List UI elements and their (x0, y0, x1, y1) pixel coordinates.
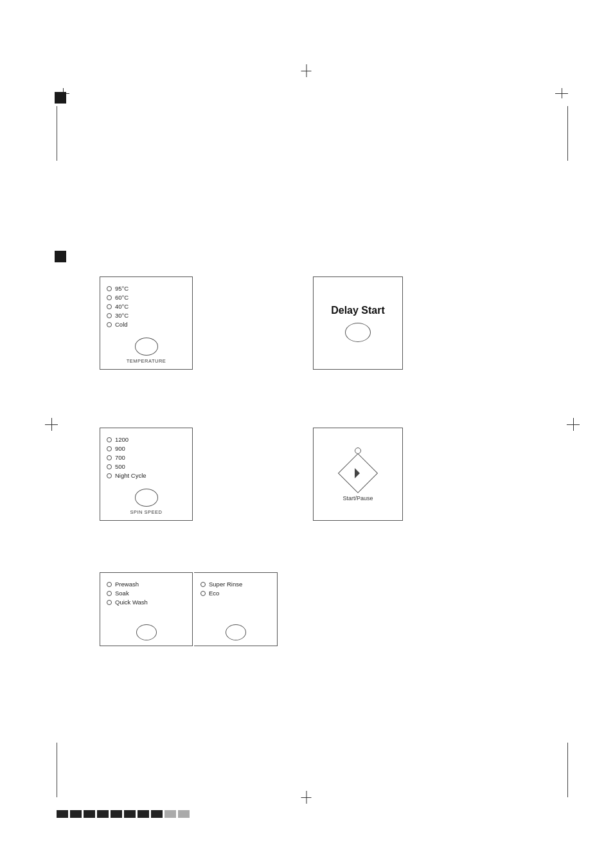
temperature-control: 95°C 60°C 40°C 30°C Cold TEMPERATURE (100, 276, 193, 370)
radio-eco[interactable] (200, 591, 206, 596)
side-line-left (57, 106, 57, 161)
spin-option-500[interactable]: 500 (107, 463, 186, 470)
options-right-list: Super Rinse Eco (200, 581, 271, 597)
registration-mark-bottom (306, 791, 307, 804)
temperature-button[interactable] (135, 338, 158, 356)
progress-seg-1 (57, 810, 68, 818)
options-right-control: Super Rinse Eco (194, 572, 278, 646)
progress-seg-5 (111, 810, 122, 818)
options-left-button[interactable] (136, 624, 157, 640)
registration-mark-right-top (555, 93, 568, 94)
temp-option-40[interactable]: 40°C (107, 303, 186, 310)
temperature-options: 95°C 60°C 40°C 30°C Cold (107, 285, 186, 328)
spin-option-700[interactable]: 700 (107, 454, 186, 461)
radio-super-rinse[interactable] (200, 582, 206, 587)
radio-prewash[interactable] (107, 582, 112, 587)
spin-option-night[interactable]: Night Cycle (107, 472, 186, 479)
progress-seg-2 (70, 810, 82, 818)
delay-start-title: Delay Start (331, 304, 385, 316)
temp-option-cold[interactable]: Cold (107, 321, 186, 328)
delay-start-control: Delay Start (313, 276, 403, 370)
options-left-list: Prewash Soak Quick Wash (107, 581, 186, 606)
spin-radio-900[interactable] (107, 446, 112, 451)
radio-quick-wash[interactable] (107, 600, 112, 605)
progress-seg-8 (151, 810, 163, 818)
progress-seg-3 (84, 810, 95, 818)
option-super-rinse[interactable]: Super Rinse (200, 581, 271, 588)
side-line-right-bottom (567, 743, 568, 797)
spin-radio-500[interactable] (107, 464, 112, 469)
spin-radio-1200[interactable] (107, 437, 112, 442)
start-pause-diamond[interactable] (338, 453, 378, 493)
spin-speed-options: 1200 900 700 500 Night Cycle (107, 436, 186, 479)
radio-soak[interactable] (107, 591, 112, 596)
spin-radio-night[interactable] (107, 473, 112, 478)
temp-radio-40[interactable] (107, 304, 112, 309)
black-square-mid-left (55, 251, 66, 262)
option-quick-wash[interactable]: Quick Wash (107, 599, 186, 606)
temp-radio-60[interactable] (107, 295, 112, 300)
delay-start-button[interactable] (345, 323, 371, 342)
crosshair-right-mid (567, 418, 580, 431)
temp-option-30[interactable]: 30°C (107, 312, 186, 319)
start-pause-control: Start/Pause (313, 428, 403, 521)
progress-seg-10 (178, 810, 190, 818)
spin-option-900[interactable]: 900 (107, 445, 186, 452)
progress-seg-7 (138, 810, 149, 818)
temp-radio-cold[interactable] (107, 322, 112, 327)
temp-option-95[interactable]: 95°C (107, 285, 186, 292)
spin-speed-button[interactable] (135, 489, 158, 507)
progress-seg-4 (97, 810, 109, 818)
option-soak[interactable]: Soak (107, 590, 186, 597)
temperature-label: TEMPERATURE (127, 358, 166, 364)
black-square-top-left (55, 92, 66, 104)
spin-speed-control: 1200 900 700 500 Night Cycle SPIN SPEED (100, 428, 193, 521)
start-pause-label: Start/Pause (342, 495, 373, 502)
progress-bar (57, 810, 190, 818)
spin-option-1200[interactable]: 1200 (107, 436, 186, 443)
temp-option-60[interactable]: 60°C (107, 294, 186, 301)
option-eco[interactable]: Eco (200, 590, 271, 597)
options-left-control: Prewash Soak Quick Wash (100, 572, 193, 646)
temp-radio-30[interactable] (107, 313, 112, 318)
option-prewash[interactable]: Prewash (107, 581, 186, 588)
crosshair-left-mid (45, 418, 58, 431)
spin-radio-700[interactable] (107, 455, 112, 460)
temp-radio-95[interactable] (107, 286, 112, 291)
start-pause-play-icon (355, 468, 365, 478)
progress-seg-6 (124, 810, 136, 818)
spin-speed-label: SPIN SPEED (130, 509, 162, 515)
progress-seg-9 (164, 810, 176, 818)
side-line-left-bottom (57, 743, 57, 797)
side-line-right (567, 106, 568, 161)
options-right-button[interactable] (226, 624, 246, 640)
registration-mark-top (306, 64, 307, 77)
